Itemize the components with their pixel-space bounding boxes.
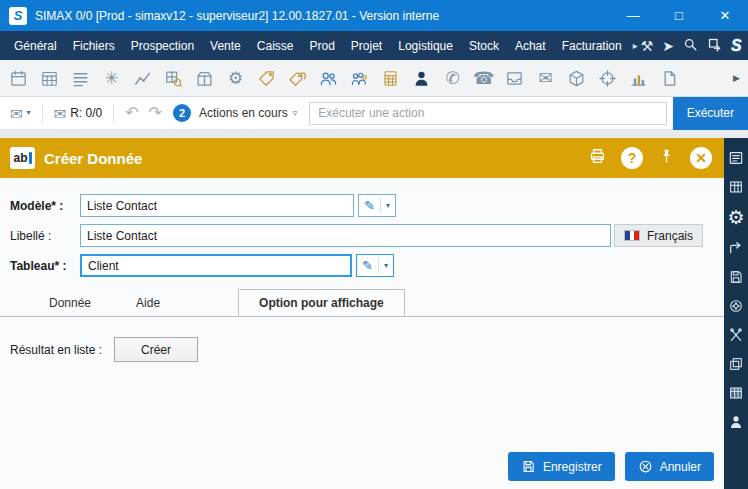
mail-icon: ✉ — [10, 106, 23, 121]
stats-icon[interactable] — [623, 63, 654, 94]
undo-icon[interactable]: ↶ — [123, 105, 140, 121]
calendar-icon[interactable] — [3, 63, 34, 94]
actions-dropdown[interactable]: Actions en cours ▿ — [197, 106, 299, 120]
help-icon[interactable]: ? — [621, 147, 643, 169]
burst-icon[interactable]: ✳ — [96, 63, 127, 94]
menu-projet[interactable]: Projet — [343, 33, 390, 59]
model-label: Modèle* : — [10, 199, 80, 213]
cube-icon[interactable] — [561, 63, 592, 94]
compass-icon[interactable] — [728, 298, 744, 314]
libelle-row: Libellé : Français — [10, 224, 724, 247]
export-icon[interactable] — [707, 37, 722, 55]
gear-icon[interactable]: ⚙ — [220, 63, 251, 94]
envelope-icon[interactable]: ✉ — [530, 63, 561, 94]
maximize-button[interactable]: □ — [656, 0, 702, 31]
received-mail-button[interactable]: ✉ R: 0/0 — [52, 106, 105, 121]
mail-counter: R: 0/0 — [70, 106, 102, 120]
target-icon[interactable] — [592, 63, 623, 94]
search-icon[interactable] — [683, 37, 698, 55]
print-icon[interactable] — [588, 147, 607, 170]
libelle-input[interactable] — [80, 224, 611, 247]
menu-overflow-icon[interactable]: ▸ — [630, 41, 641, 51]
cancel-button[interactable]: Annuler — [625, 452, 714, 481]
tableau-edit-button[interactable]: ✎ ▾ — [356, 254, 394, 277]
chart-icon[interactable] — [127, 63, 158, 94]
mail-tray-icon[interactable] — [499, 63, 530, 94]
menu-prospection[interactable]: Prospection — [123, 33, 202, 59]
application-window: S SIMAX 0/0 [Prod - simaxv12 - supervise… — [0, 0, 748, 489]
menu-fichiers[interactable]: Fichiers — [65, 33, 123, 59]
menu-prod[interactable]: Prod — [301, 33, 342, 59]
grid-search-icon[interactable] — [158, 63, 189, 94]
planning-icon[interactable] — [34, 63, 65, 94]
main-toolbar: ✳ ⚙ ✆ ☎ ✉ — [0, 60, 748, 97]
user-icon[interactable] — [728, 414, 744, 430]
menu-vente[interactable]: Vente — [202, 33, 249, 59]
model-input[interactable] — [80, 194, 354, 217]
calculator-icon[interactable] — [375, 63, 406, 94]
tab-donnee[interactable]: Donnée — [28, 289, 112, 316]
window-controls: — □ ✕ — [610, 0, 748, 31]
model-edit-button[interactable]: ✎ ▾ — [358, 194, 396, 217]
tags-icon[interactable] — [282, 63, 313, 94]
tools-icon[interactable]: ⚒ — [641, 39, 654, 53]
tab-aide[interactable]: Aide — [112, 289, 184, 316]
forward-action-icon[interactable] — [728, 240, 744, 256]
pencil-icon: ✎ — [359, 199, 380, 212]
menu-general[interactable]: Général — [6, 33, 65, 59]
minimize-button[interactable]: — — [610, 0, 656, 31]
execute-button[interactable]: Exécuter — [673, 97, 748, 130]
data-form-icon: ab — [10, 147, 35, 169]
form-list-icon[interactable] — [728, 150, 744, 166]
save-label: Enregistrer — [543, 460, 602, 474]
save-button[interactable]: Enregistrer — [508, 452, 615, 481]
panel-title: Créer Donnée — [44, 150, 142, 167]
close-panel-icon[interactable]: ✕ — [690, 147, 712, 169]
menu-logistique[interactable]: Logistique — [390, 33, 461, 59]
save-disk-icon[interactable] — [728, 269, 744, 285]
tag-icon[interactable] — [251, 63, 282, 94]
group-icon[interactable] — [344, 63, 375, 94]
person-icon[interactable] — [406, 63, 437, 94]
panel-header-actions: ? ✕ — [588, 147, 712, 170]
close-button[interactable]: ✕ — [702, 0, 748, 31]
settings-gear-icon[interactable]: ⚙ — [727, 208, 744, 227]
redo-icon[interactable]: ↷ — [147, 105, 164, 121]
pending-actions-badge: 2 — [173, 104, 191, 122]
arrow-icon[interactable]: ➤ — [662, 39, 674, 53]
tab-strip: Donnée Aide Option pour affichage — [0, 289, 724, 317]
pencil-icon: ✎ — [357, 259, 378, 272]
language-label: Français — [647, 229, 693, 243]
execute-action-input[interactable] — [309, 102, 666, 125]
create-button[interactable]: Créer — [114, 337, 198, 362]
separator — [42, 103, 43, 123]
model-row: Modèle* : ✎ ▾ — [10, 194, 724, 217]
tableau-input[interactable] — [80, 254, 352, 277]
report-table-icon[interactable] — [728, 385, 744, 401]
tab-option-affichage[interactable]: Option pour affichage — [238, 289, 405, 316]
form-actions: Enregistrer Annuler — [508, 452, 714, 481]
toolbar-overflow-icon[interactable]: ▶ — [728, 74, 745, 83]
language-selector[interactable]: Français — [614, 224, 703, 247]
phone-icon[interactable]: ☎ — [468, 63, 499, 94]
copies-icon[interactable] — [728, 356, 744, 372]
table-icon[interactable] — [728, 179, 744, 195]
new-mail-button[interactable]: ✉ ▾ — [8, 106, 33, 121]
contacts-icon[interactable] — [313, 63, 344, 94]
list-icon[interactable] — [65, 63, 96, 94]
menu-caisse[interactable]: Caisse — [249, 33, 302, 59]
action-bar: ✉ ▾ ✉ R: 0/0 ↶ ↷ 2 Actions en cours ▿ Ex… — [0, 97, 748, 130]
chevron-down-icon: ▾ — [378, 258, 393, 273]
menu-achat[interactable]: Achat — [507, 33, 554, 59]
package-icon[interactable] — [189, 63, 220, 94]
pin-icon[interactable] — [657, 147, 676, 170]
tools-icon[interactable] — [728, 327, 744, 343]
right-sidebar: ⚙ — [724, 138, 748, 489]
document-icon[interactable] — [654, 63, 685, 94]
cancel-label: Annuler — [660, 460, 701, 474]
tab-panel: Résultat en liste : Créer — [10, 337, 724, 362]
menu-stock[interactable]: Stock — [461, 33, 507, 59]
separator — [113, 103, 114, 123]
menu-facturation[interactable]: Facturation — [554, 33, 630, 59]
phone-outgoing-icon[interactable]: ✆ — [437, 63, 468, 94]
